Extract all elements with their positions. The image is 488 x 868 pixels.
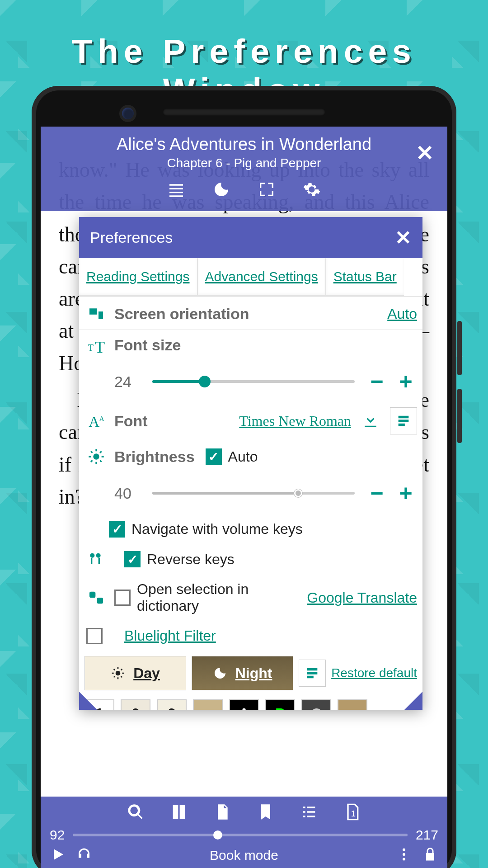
fontsize-label: Font size xyxy=(114,336,181,354)
dictionary-icon xyxy=(84,589,108,607)
settings-icon[interactable] xyxy=(303,180,321,200)
brightness-auto-label: Auto xyxy=(228,448,258,465)
swatch-a[interactable]: A xyxy=(229,699,259,710)
dictionary-value[interactable]: Google Translate xyxy=(307,590,417,606)
theme-day-button[interactable]: Day xyxy=(84,656,186,690)
page-current: 92 xyxy=(50,827,65,843)
svg-point-12 xyxy=(403,853,405,856)
fontsize-minus[interactable]: − xyxy=(366,368,388,395)
svg-point-6 xyxy=(96,553,101,558)
dictionary-checkbox[interactable] xyxy=(114,590,131,606)
brightness-label: Brightness xyxy=(114,448,195,466)
swatch-c[interactable]: C xyxy=(301,699,331,710)
reader-bottombar: 1 92 217 Book mode xyxy=(41,797,447,868)
play-icon[interactable] xyxy=(50,846,66,864)
svg-point-4 xyxy=(93,453,99,459)
toc-icon[interactable] xyxy=(300,803,318,823)
close-reader-button[interactable]: ✕ xyxy=(416,140,434,165)
svg-text:1: 1 xyxy=(351,809,356,818)
night-mode-icon[interactable] xyxy=(212,180,230,200)
volume-nav-checkbox[interactable] xyxy=(109,521,125,538)
lock-icon[interactable] xyxy=(422,846,438,864)
bluelight-label[interactable]: Bluelight Filter xyxy=(124,627,216,644)
svg-text:A: A xyxy=(99,415,104,422)
svg-rect-8 xyxy=(97,598,103,604)
swatch-b[interactable]: B xyxy=(265,699,295,710)
svg-point-11 xyxy=(403,849,405,851)
close-preferences-button[interactable]: ✕ xyxy=(395,226,412,249)
orientation-label: Screen orientation xyxy=(114,305,249,323)
swatch-tex2[interactable] xyxy=(338,699,367,710)
fontsize-value: 24 xyxy=(114,373,141,391)
phone-frame: know." He was looking up into the sky al… xyxy=(32,86,456,868)
svg-point-9 xyxy=(116,671,121,676)
restore-default-link[interactable]: Restore default xyxy=(331,665,417,681)
brightness-minus[interactable]: − xyxy=(366,480,388,506)
fontsize-slider[interactable] xyxy=(152,380,355,383)
font-value[interactable]: Times New Roman xyxy=(239,413,351,429)
goto-page-icon[interactable]: 1 xyxy=(343,803,361,823)
preferences-title: Preferences xyxy=(90,229,173,246)
book-mode-label[interactable]: Book mode xyxy=(102,848,386,863)
device-screen: know." He was looking up into the sky al… xyxy=(41,127,447,868)
svg-text:T: T xyxy=(95,338,105,354)
reader-topbar: Alice's Adventures in Wonderland Chapter… xyxy=(41,127,447,211)
more-icon[interactable] xyxy=(396,846,412,864)
contents-icon[interactable] xyxy=(167,180,185,200)
reverse-keys-checkbox[interactable] xyxy=(124,551,141,567)
svg-point-13 xyxy=(403,858,405,861)
reverse-keys-label[interactable]: Reverse keys xyxy=(147,551,235,568)
swatch-2[interactable]: 2 xyxy=(121,699,150,710)
search-icon[interactable] xyxy=(127,803,145,823)
tab-reading-settings[interactable]: Reading Settings xyxy=(79,258,198,296)
swatch-3[interactable]: 3 xyxy=(157,699,187,710)
svg-rect-7 xyxy=(89,592,95,598)
fontsize-plus[interactable]: + xyxy=(394,368,417,395)
brightness-value: 40 xyxy=(114,485,141,502)
svg-text:A: A xyxy=(89,413,99,430)
font-icon: AA xyxy=(84,412,108,430)
tab-status-bar[interactable]: Status Bar xyxy=(326,258,404,296)
progress-slider[interactable] xyxy=(73,834,408,836)
headphones-icon[interactable] xyxy=(76,846,92,864)
bluelight-checkbox[interactable] xyxy=(86,628,103,644)
fontsize-icon: TT xyxy=(84,336,108,354)
brightness-icon xyxy=(84,448,108,466)
theme-night-button[interactable]: Night xyxy=(192,656,293,690)
fullscreen-icon[interactable] xyxy=(258,180,276,200)
page-icon[interactable] xyxy=(213,803,231,823)
volume-keys-icon xyxy=(84,550,107,568)
dictionary-label[interactable]: Open selection in dictionary xyxy=(137,581,254,614)
book-icon[interactable] xyxy=(170,803,188,823)
svg-point-5 xyxy=(90,553,94,558)
volume-nav-label[interactable]: Navigate with volume keys xyxy=(131,521,303,538)
book-title: Alice's Adventures in Wonderland xyxy=(50,135,438,154)
page-total: 217 xyxy=(416,827,438,843)
bookmark-icon[interactable] xyxy=(257,803,275,823)
brightness-auto-checkbox[interactable] xyxy=(206,448,222,465)
font-settings-button[interactable] xyxy=(390,407,417,434)
theme-settings-button[interactable] xyxy=(299,660,326,687)
orientation-icon xyxy=(84,305,108,323)
brightness-plus[interactable]: + xyxy=(394,480,417,506)
brightness-slider[interactable] xyxy=(152,492,355,495)
swatch-tex1[interactable] xyxy=(193,699,223,710)
download-font-button[interactable] xyxy=(362,411,379,430)
book-chapter: Chapter 6 - Pig and Pepper xyxy=(50,156,438,170)
svg-text:T: T xyxy=(88,343,94,353)
tab-advanced-settings[interactable]: Advanced Settings xyxy=(198,258,326,296)
preferences-modal: Preferences ✕ Reading Settings Advanced … xyxy=(79,217,422,710)
font-label: Font xyxy=(114,412,148,430)
orientation-value[interactable]: Auto xyxy=(387,306,417,322)
